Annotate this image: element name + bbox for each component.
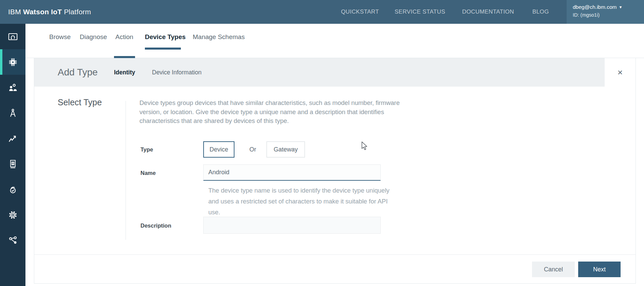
- members-icon: [7, 82, 19, 93]
- left-sidebar: [0, 24, 25, 286]
- lock-check-icon: [7, 184, 19, 195]
- sidebar-item-members[interactable]: [0, 75, 25, 100]
- dashboard-gauge-icon: [7, 31, 19, 42]
- user-email: dbeg@ch.ibm.com▼: [573, 4, 644, 10]
- intro-line: Device types group devices that have sim…: [139, 99, 400, 108]
- gear-icon: [7, 209, 19, 221]
- name-help-text: The device type name is used to identify…: [208, 185, 390, 218]
- logo-ibm: IBM: [8, 8, 23, 16]
- logo-watson-iot: Watson IoT: [23, 8, 64, 16]
- intro-line: version, or location. Give the device ty…: [139, 108, 400, 117]
- intro-line: characteristics that are shared by devic…: [139, 117, 400, 126]
- section-divider: [126, 101, 126, 240]
- nav-blog[interactable]: BLOG: [532, 0, 549, 24]
- intro-text: Device types group devices that have sim…: [139, 99, 400, 126]
- add-type-header-band: Add Type Identity Device Information: [34, 58, 636, 87]
- top-header: IBM Watson IoT Platform QUICKSTART SERVI…: [0, 0, 644, 24]
- name-label: Name: [140, 170, 156, 176]
- user-account-menu[interactable]: dbeg@ch.ibm.com▼ ID: (mgso1i): [567, 0, 644, 24]
- logo-platform: Platform: [64, 8, 91, 16]
- sidebar-item-usage[interactable]: [0, 126, 25, 151]
- name-input[interactable]: [203, 164, 381, 181]
- description-input[interactable]: [203, 217, 381, 234]
- sidebar-item-security[interactable]: [0, 177, 25, 202]
- footer-divider: [34, 254, 636, 255]
- tab-browse[interactable]: Browse: [49, 33, 71, 42]
- close-button[interactable]: ×: [605, 58, 636, 87]
- sidebar-item-boards[interactable]: [0, 24, 25, 49]
- tab-device-types[interactable]: Device Types: [145, 33, 186, 42]
- next-button[interactable]: Next: [578, 262, 621, 277]
- line-chart-icon: [7, 133, 19, 144]
- section-title: Select Type: [58, 97, 102, 107]
- chevron-down-icon: ▼: [619, 5, 622, 9]
- panel-title: Add Type: [58, 58, 98, 87]
- sidebar-item-apps[interactable]: [0, 100, 25, 126]
- sidebar-item-extensions[interactable]: [0, 228, 25, 253]
- app-logo: IBM Watson IoT Platform: [8, 0, 91, 24]
- step-device-information[interactable]: Device Information: [152, 58, 202, 87]
- nav-quickstart[interactable]: QUICKSTART: [341, 0, 379, 24]
- close-icon: ×: [618, 68, 623, 77]
- sidebar-item-settings[interactable]: [0, 202, 25, 228]
- compass-icon: [7, 107, 19, 119]
- watson-iot-platform-page: IBM Watson IoT Platform QUICKSTART SERVI…: [0, 0, 644, 286]
- tab-diagnose[interactable]: Diagnose: [80, 33, 107, 42]
- nav-service-status[interactable]: SERVICE STATUS: [395, 0, 445, 24]
- add-type-panel: Add Type Identity Device Information × S…: [34, 58, 636, 284]
- tab-manage-schemas[interactable]: Manage Schemas: [193, 33, 245, 42]
- gateway-type-button[interactable]: Gateway: [266, 141, 305, 158]
- active-tab-underline: [145, 48, 181, 50]
- description-label: Description: [140, 222, 171, 229]
- share-nodes-icon: [7, 235, 19, 246]
- sidebar-item-devices[interactable]: [0, 49, 25, 75]
- help-line: and uses a restricted set of characters …: [208, 196, 390, 207]
- nav-documentation[interactable]: DOCUMENTATION: [462, 0, 514, 24]
- tab-action[interactable]: Action: [115, 33, 133, 42]
- help-line: The device type name is used to identify…: [208, 185, 390, 196]
- device-type-button[interactable]: Device: [203, 141, 234, 158]
- help-line: use.: [208, 207, 390, 218]
- chip-icon: [7, 56, 19, 68]
- type-label: Type: [140, 146, 153, 153]
- sidebar-item-rules[interactable]: [0, 151, 25, 177]
- step-identity[interactable]: Identity: [114, 58, 135, 87]
- user-org-id: ID: (mgso1i): [573, 12, 644, 18]
- cancel-button[interactable]: Cancel: [532, 262, 575, 277]
- document-icon: [7, 158, 19, 170]
- or-label: Or: [246, 141, 260, 158]
